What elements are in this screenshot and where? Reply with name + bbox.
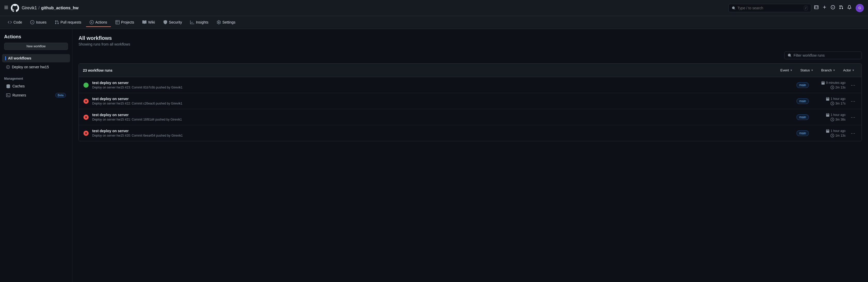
clock-icon — [831, 102, 834, 105]
run-subtitle: Deploy on server hw15 #22: Commit c26eac… — [92, 102, 793, 105]
tab-settings[interactable]: Settings — [213, 18, 239, 27]
run-actions-button[interactable]: ⋯ — [848, 81, 858, 89]
play-small-icon — [6, 65, 10, 69]
filter-event-button[interactable]: Event ▼ — [778, 67, 796, 74]
sidebar-item-deploy[interactable]: Deploy on server hw15 — [2, 63, 70, 71]
fail-icon — [84, 98, 89, 104]
sidebar-item-all-workflows[interactable]: All workflows — [2, 54, 70, 62]
run-status-icon — [83, 98, 89, 104]
run-actions-button[interactable]: ⋯ — [848, 113, 858, 121]
run-time: 1 hour ago — [826, 97, 845, 101]
run-duration-value: 3m 38s — [835, 118, 845, 121]
status-chevron-icon: ▼ — [811, 69, 813, 72]
workflow-table-header: 23 workflow runs Event ▼ Status ▼ Branch… — [79, 64, 862, 77]
command-palette-icon[interactable] — [814, 5, 818, 10]
run-actions-button[interactable]: ⋯ — [848, 129, 858, 137]
run-actions-button[interactable]: ⋯ — [848, 97, 858, 105]
filter-search-icon — [788, 53, 792, 57]
main-content: All workflows Showing runs from all work… — [72, 29, 868, 282]
workflow-table: 23 workflow runs Event ▼ Status ▼ Branch… — [79, 63, 862, 141]
tab-security[interactable]: Security — [160, 18, 186, 27]
page-subtitle: Showing runs from all workflows — [79, 42, 862, 46]
play-icon — [90, 20, 94, 24]
fail-icon — [84, 115, 89, 120]
pull-request-icon — [55, 20, 59, 24]
workflow-count: 23 workflow runs — [83, 68, 113, 73]
run-status-icon — [83, 130, 89, 136]
run-title[interactable]: test deploy on server — [92, 97, 793, 101]
run-title[interactable]: test deploy on server — [92, 129, 793, 133]
notifications-icon[interactable] — [847, 5, 851, 10]
run-time-ago: 1 hour ago — [831, 97, 845, 101]
breadcrumb-repo[interactable]: github_actions_hw — [41, 6, 79, 10]
run-branch-badge[interactable]: main — [797, 114, 809, 120]
run-status-icon — [83, 114, 89, 120]
run-duration-value: 3m 17s — [835, 102, 845, 105]
hamburger-icon[interactable] — [4, 5, 8, 11]
event-chevron-icon: ▼ — [790, 69, 793, 72]
github-logo — [11, 4, 19, 12]
filter-actor-button[interactable]: Actor ▼ — [840, 67, 858, 74]
top-nav: Girevik1 / github_actions_hw / — [0, 0, 868, 16]
run-meta: 1 hour ago 1m 13s — [812, 129, 845, 137]
success-icon — [84, 83, 89, 88]
graph-icon — [190, 20, 194, 24]
run-subtitle: Deploy on server hw15 #20: Commit 6eea45… — [92, 134, 793, 137]
clock-icon — [831, 118, 834, 121]
pull-requests-icon[interactable] — [839, 5, 843, 10]
tab-actions[interactable]: Actions — [86, 18, 111, 27]
repo-tabs: Code Issues Pull requests Actions Projec… — [0, 16, 868, 29]
tab-pull-requests[interactable]: Pull requests — [51, 18, 85, 27]
run-branch-badge[interactable]: main — [797, 98, 809, 104]
run-title[interactable]: test deploy on server — [92, 113, 793, 117]
main-layout: Actions New workflow All workflows Deplo… — [0, 29, 868, 282]
run-row[interactable]: test deploy on server Deploy on server h… — [79, 93, 862, 109]
run-branch-badge[interactable]: main — [797, 131, 809, 136]
run-row[interactable]: test deploy on server Deploy on server h… — [79, 77, 862, 93]
global-search[interactable]: / — [728, 4, 811, 12]
calendar-icon — [826, 97, 830, 101]
nav-right: G — [814, 4, 864, 12]
run-duration: 3m 38s — [831, 118, 845, 121]
run-duration: 2m 13s — [831, 86, 845, 89]
filter-input-wrap[interactable] — [784, 52, 862, 59]
sidebar-workflow-section: Deploy on server hw15 — [0, 63, 72, 73]
database-icon — [6, 84, 10, 88]
run-meta: 1 hour ago 3m 38s — [812, 113, 845, 121]
new-workflow-button[interactable]: New workflow — [4, 43, 68, 50]
global-search-input[interactable] — [738, 6, 802, 10]
issue-icon — [30, 20, 34, 24]
tab-issues[interactable]: Issues — [27, 18, 50, 27]
tab-wiki[interactable]: Wiki — [139, 18, 158, 27]
run-time-ago: 1 hour ago — [831, 129, 845, 133]
filter-branch-button[interactable]: Branch ▼ — [818, 67, 838, 74]
fail-icon — [84, 131, 89, 136]
run-time: 1 hour ago — [826, 113, 845, 117]
avatar[interactable]: G — [856, 4, 864, 12]
actor-chevron-icon: ▼ — [852, 69, 855, 72]
run-row[interactable]: test deploy on server Deploy on server h… — [79, 109, 862, 125]
run-branch-badge[interactable]: main — [797, 82, 809, 88]
run-row[interactable]: test deploy on server Deploy on server h… — [79, 125, 862, 141]
code-icon — [8, 20, 12, 24]
run-status-icon — [83, 82, 89, 88]
sidebar-item-runners[interactable]: Runners Beta — [2, 91, 70, 100]
plus-icon[interactable] — [823, 5, 827, 10]
sidebar-item-caches[interactable]: Caches — [2, 82, 70, 90]
tab-insights[interactable]: Insights — [187, 18, 212, 27]
branch-chevron-icon: ▼ — [833, 69, 835, 72]
tab-projects[interactable]: Projects — [112, 18, 138, 27]
shield-icon — [163, 20, 167, 24]
run-title[interactable]: test deploy on server — [92, 81, 793, 85]
issues-icon[interactable] — [831, 5, 835, 10]
terminal-icon — [6, 93, 10, 97]
run-duration: 1m 13s — [831, 134, 845, 137]
run-duration-value: 2m 13s — [835, 86, 845, 89]
tab-code[interactable]: Code — [4, 18, 26, 27]
calendar-icon — [826, 129, 830, 133]
runners-beta-badge: Beta — [55, 93, 66, 97]
breadcrumb-user[interactable]: Girevik1 — [22, 6, 37, 10]
filter-workflow-input[interactable] — [794, 53, 859, 57]
filter-status-button[interactable]: Status ▼ — [798, 67, 816, 74]
run-rows-container: test deploy on server Deploy on server h… — [79, 77, 862, 141]
